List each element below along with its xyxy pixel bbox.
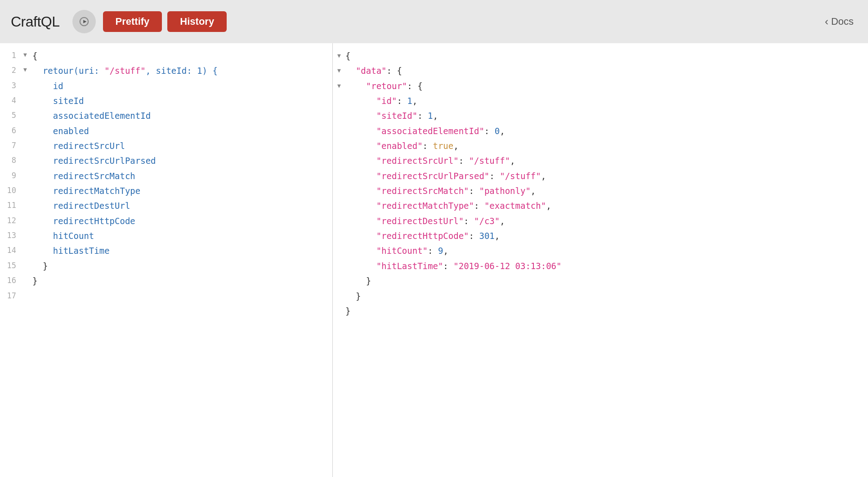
editor-line: 12 redirectHttpCode — [0, 214, 332, 229]
result-line: "redirectHttpCode": 301, — [333, 229, 868, 243]
line-toggle — [23, 79, 32, 80]
line-number: 2 — [0, 64, 23, 76]
line-toggle — [23, 259, 32, 260]
editor-line: 5 associatedElementId — [0, 108, 332, 123]
result-toggle[interactable]: ▼ — [333, 49, 345, 60]
line-toggle[interactable]: ▼ — [23, 49, 32, 59]
editor-pane[interactable]: 1▼{2▼ retour(uri: "/stuff", siteId: 1) {… — [0, 43, 333, 477]
result-line: "hitCount": 9, — [333, 243, 868, 258]
editor-line: 13 hitCount — [0, 229, 332, 243]
line-number: 8 — [0, 154, 23, 166]
line-content: { — [32, 49, 332, 63]
history-button[interactable]: History — [167, 11, 227, 32]
result-pane[interactable]: ▼{▼ "data": {▼ "retour": { "id": 1, "sit… — [333, 43, 868, 477]
result-toggle — [333, 124, 345, 126]
line-content: associatedElementId — [32, 109, 332, 123]
line-content: } — [32, 274, 332, 288]
result-line: "redirectSrcMatch": "pathonly", — [333, 184, 868, 198]
result-toggle[interactable]: ▼ — [333, 64, 345, 75]
result-toggle — [333, 109, 345, 111]
result-content: "redirectHttpCode": 301, — [345, 229, 868, 243]
line-number: 13 — [0, 229, 23, 242]
editor-line: 1▼{ — [0, 49, 332, 63]
line-number: 3 — [0, 79, 23, 92]
editor-line: 10 redirectMatchType — [0, 184, 332, 198]
editor-line: 14 hitLastTime — [0, 243, 332, 258]
line-content: hitCount — [32, 229, 332, 243]
result-line: ▼ "data": { — [333, 63, 868, 78]
editor-line: 16} — [0, 274, 332, 288]
editor-line: 7 redirectSrcUrl — [0, 139, 332, 153]
line-toggle — [23, 199, 32, 200]
result-line: "associatedElementId": 0, — [333, 124, 868, 139]
result-line: "redirectSrcUrl": "/stuff", — [333, 153, 868, 168]
line-number: 9 — [0, 169, 23, 182]
editor-line: 8 redirectSrcUrlParsed — [0, 153, 332, 168]
result-content: "retour": { — [345, 79, 868, 93]
line-toggle — [23, 289, 32, 290]
line-number: 1 — [0, 49, 23, 62]
result-line: } — [333, 304, 868, 319]
line-number: 17 — [0, 289, 23, 302]
result-line: "redirectDestUrl": "/c3", — [333, 214, 868, 229]
result-line: "siteId": 1, — [333, 108, 868, 123]
result-line: "hitLastTime": "2019-06-12 03:13:06" — [333, 259, 868, 274]
result-toggle[interactable]: ▼ — [333, 79, 345, 90]
result-content: "hitCount": 9, — [345, 244, 868, 258]
result-content: } — [345, 304, 868, 318]
line-toggle — [23, 94, 32, 95]
result-line: ▼ "retour": { — [333, 79, 868, 94]
line-number: 12 — [0, 214, 23, 227]
result-content: "redirectSrcUrl": "/stuff", — [345, 154, 868, 168]
result-toggle — [333, 184, 345, 186]
result-toggle — [333, 274, 345, 276]
line-toggle — [23, 124, 32, 125]
result-content: "redirectSrcUrlParsed": "/stuff", — [345, 169, 868, 183]
result-content: { — [345, 49, 868, 63]
line-toggle — [23, 274, 32, 275]
chevron-left-icon: ‹ — [825, 15, 828, 28]
result-content: "hitLastTime": "2019-06-12 03:13:06" — [345, 259, 868, 273]
line-number: 6 — [0, 124, 23, 137]
result-toggle — [333, 154, 345, 156]
docs-label: Docs — [831, 16, 854, 27]
line-content: redirectHttpCode — [32, 214, 332, 228]
docs-link[interactable]: ‹ Docs — [825, 15, 854, 28]
result-content: "enabled": true, — [345, 139, 868, 153]
editor-line: 17 — [0, 289, 332, 303]
result-content: "redirectSrcMatch": "pathonly", — [345, 184, 868, 198]
result-toggle — [333, 229, 345, 231]
result-content: "redirectDestUrl": "/c3", — [345, 214, 868, 228]
prettify-button[interactable]: Prettify — [103, 11, 162, 32]
run-button[interactable] — [72, 10, 96, 33]
line-number: 10 — [0, 184, 23, 197]
line-content: redirectMatchType — [32, 184, 332, 198]
line-content: retour(uri: "/stuff", siteId: 1) { — [32, 64, 332, 78]
line-content: redirectSrcUrl — [32, 139, 332, 153]
line-toggle[interactable]: ▼ — [23, 64, 32, 74]
editor-line: 4 siteId — [0, 94, 332, 108]
result-line: ▼{ — [333, 49, 868, 63]
result-toggle — [333, 259, 345, 261]
result-line: "redirectMatchType": "exactmatch", — [333, 198, 868, 213]
line-content: hitLastTime — [32, 244, 332, 258]
line-toggle — [23, 169, 32, 170]
result-toggle — [333, 199, 345, 201]
line-content: redirectDestUrl — [32, 199, 332, 213]
app-logo: CraftQL — [11, 14, 60, 30]
result-line: "redirectSrcUrlParsed": "/stuff", — [333, 169, 868, 184]
line-toggle — [23, 154, 32, 155]
line-toggle — [23, 244, 32, 245]
result-line: } — [333, 289, 868, 304]
line-number: 5 — [0, 109, 23, 122]
editor-line: 11 redirectDestUrl — [0, 198, 332, 213]
result-toggle — [333, 289, 345, 291]
result-content: "data": { — [345, 64, 868, 78]
line-toggle — [23, 229, 32, 230]
editor-line: 6 enabled — [0, 124, 332, 139]
result-content: "associatedElementId": 0, — [345, 124, 868, 138]
result-content: "redirectMatchType": "exactmatch", — [345, 199, 868, 213]
editor-line: 3 id — [0, 79, 332, 94]
line-number: 15 — [0, 259, 23, 272]
result-line: "id": 1, — [333, 94, 868, 108]
